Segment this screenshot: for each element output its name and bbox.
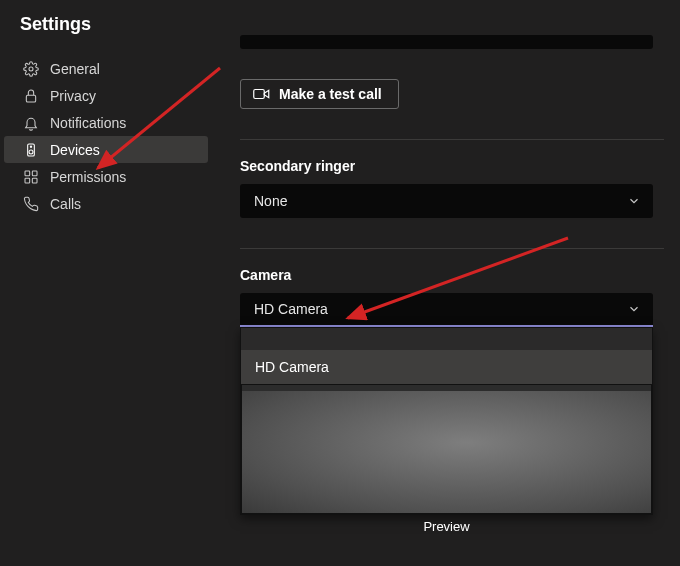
camera-option[interactable]: HD Camera [241, 350, 652, 384]
svg-rect-6 [32, 171, 37, 176]
speaker-icon [22, 141, 40, 159]
camera-select[interactable]: HD Camera [240, 293, 653, 327]
dropdown-spacer [241, 328, 652, 350]
gear-icon [22, 60, 40, 78]
svg-point-4 [30, 146, 31, 147]
camera-preview [241, 384, 652, 514]
divider [240, 248, 664, 249]
sidebar-item-label: Calls [50, 196, 81, 212]
sidebar-item-label: Permissions [50, 169, 126, 185]
sidebar-item-calls[interactable]: Calls [4, 190, 208, 217]
truncated-select[interactable] [240, 35, 653, 49]
camera-label: Camera [240, 267, 664, 283]
page-title: Settings [0, 0, 680, 35]
secondary-ringer-label: Secondary ringer [240, 158, 664, 174]
svg-rect-1 [26, 95, 35, 102]
svg-rect-7 [25, 178, 30, 183]
svg-point-0 [29, 67, 33, 71]
sidebar-item-devices[interactable]: Devices [4, 136, 208, 163]
video-call-icon [253, 87, 271, 101]
divider [240, 139, 664, 140]
sidebar-item-label: Devices [50, 142, 100, 158]
phone-icon [22, 195, 40, 213]
preview-label: Preview [240, 515, 653, 534]
sidebar: General Privacy Notifications [0, 35, 212, 561]
secondary-ringer-select[interactable]: None [240, 184, 653, 218]
bell-icon [22, 114, 40, 132]
sidebar-item-label: Notifications [50, 115, 126, 131]
svg-point-3 [29, 150, 33, 154]
sidebar-item-general[interactable]: General [4, 55, 208, 82]
svg-rect-9 [254, 90, 265, 99]
apps-icon [22, 168, 40, 186]
sidebar-item-notifications[interactable]: Notifications [4, 109, 208, 136]
chevron-down-icon [627, 194, 641, 208]
camera-dropdown: HD Camera [240, 327, 653, 515]
sidebar-item-privacy[interactable]: Privacy [4, 82, 208, 109]
make-test-call-button[interactable]: Make a test call [240, 79, 399, 109]
lock-icon [22, 87, 40, 105]
select-value: HD Camera [254, 301, 328, 317]
main-panel: Make a test call Secondary ringer None C… [212, 35, 680, 561]
chevron-down-icon [627, 302, 641, 316]
svg-rect-5 [25, 171, 30, 176]
sidebar-item-label: Privacy [50, 88, 96, 104]
svg-rect-8 [32, 178, 37, 183]
content-container: General Privacy Notifications [0, 35, 680, 561]
sidebar-item-permissions[interactable]: Permissions [4, 163, 208, 190]
select-value: None [254, 193, 287, 209]
button-label: Make a test call [279, 86, 382, 102]
sidebar-item-label: General [50, 61, 100, 77]
